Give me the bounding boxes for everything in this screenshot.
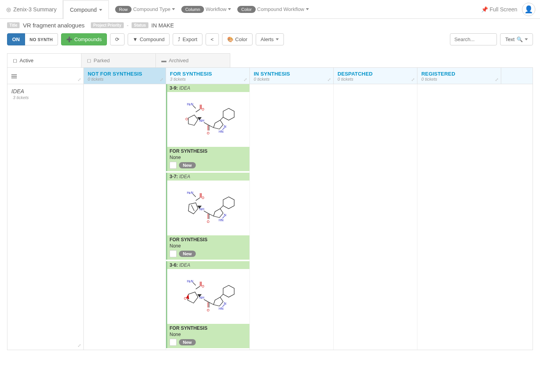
compound-filter-button[interactable]: ▼ Compound [128,33,170,45]
column-title: IN SYNTHESIS [254,71,329,77]
no-synth-button[interactable]: NO SYNTH [25,33,58,45]
expand-icon[interactable]: ⤢ [78,343,81,348]
card-type: IDEA [179,85,190,91]
svg-text:O: O [184,296,187,300]
tab-summary[interactable]: ◎ Zenix-3 Summary [0,0,63,19]
fullscreen-button[interactable]: 📌 Full Screen [481,6,517,13]
tab-active[interactable]: ◻ Active [7,53,81,67]
column-header[interactable]: FOR SYNTHESIS 3 tickets ⤢ [166,68,250,84]
row-title: IDEA [11,88,79,94]
expand-icon[interactable]: ⤢ [327,77,331,82]
column-sub: 0 tickets [421,77,497,81]
kanban-board: ⤢ NOT FOR SYNTHESIS 0 tickets ⤢FOR SYNTH… [7,67,533,350]
search-input[interactable] [450,33,497,45]
text-label: Text [505,36,515,42]
card-type: IDEA [179,262,190,268]
card-assignee: None [170,243,247,249]
card-checkbox[interactable] [170,339,177,346]
tab-compound[interactable]: Compound [63,0,109,19]
card-id: 3-7: [170,174,178,179]
card-structure [167,181,249,235]
column-pill: Column [181,6,204,13]
add-compounds-button[interactable]: ➕ Compounds [61,33,107,45]
column-sub: 0 tickets [338,77,413,81]
chevron-down-icon [228,8,231,10]
chevron-down-icon [99,9,102,11]
column-header[interactable]: DESPATCHED 0 tickets ⤢ [334,68,417,84]
card-status: FOR SYNTHESIS [170,325,247,331]
board-cell [250,84,334,350]
plus-icon: ➕ [66,36,72,42]
filter-icon: ▼ [133,36,138,42]
alerts-label: Alerts [261,36,274,42]
expand-icon[interactable]: ⤢ [411,77,415,82]
card-checkbox[interactable] [170,250,177,257]
tab-parked[interactable]: ◻ Parked [81,53,156,67]
hamburger-icon[interactable] [11,74,17,79]
column-title: REGISTERED [421,71,497,77]
board-cell [417,84,501,350]
search-icon: 🔍 [517,36,523,42]
pin-icon: 📌 [481,6,488,13]
column-header[interactable]: REGISTERED 0 tickets ⤢ [417,68,501,84]
tab-active-label: Active [20,58,33,63]
compound-card[interactable]: 3-6: IDEA O FOR SYNTHESIS None New [166,261,249,348]
compound-card[interactable]: 3-7: IDEA FOR SYNTHESIS None New [166,173,249,260]
share-button[interactable]: < [206,33,219,45]
fullscreen-label: Full Screen [489,6,517,13]
expand-icon[interactable]: ⤢ [244,77,247,82]
expand-icon[interactable]: ⤢ [160,77,163,82]
export-button[interactable]: ⤴ Export [173,33,202,45]
card-structure: O [167,92,249,147]
card-header: 3-6: IDEA [167,261,249,269]
row-selector-label: Compound Type [133,6,170,12]
column-header[interactable]: NOT FOR SYNTHESIS 0 tickets ⤢ [84,68,166,84]
column-title: DESPATCHED [338,71,413,77]
compound-card[interactable]: 3-9: IDEA O FOR SYNTHESIS None New [166,84,249,171]
project-title: VR fragment analogues [23,22,85,29]
inbox-icon: ◻ [13,58,17,63]
chevron-down-icon [172,8,175,10]
tab-archived-label: Archived [169,58,189,63]
refresh-icon: ⟳ [115,36,119,42]
card-footer: FOR SYNTHESIS None New [167,147,249,171]
card-id: 3-9: [170,85,178,91]
priority-badge: Project Priority [91,22,124,28]
column-header[interactable]: IN SYNTHESIS 0 tickets ⤢ [250,68,334,84]
color-selector[interactable]: Color Compound Workflow [237,6,309,13]
color-pill: Color [237,6,255,13]
row-selector[interactable]: Row Compound Type [115,6,175,13]
on-button[interactable]: ON [7,33,25,45]
column-selector[interactable]: Column Workflow [181,6,231,13]
avatar[interactable]: 👤 [522,3,535,16]
column-sub: 3 tickets [170,77,246,81]
alerts-button[interactable]: Alerts [256,33,284,45]
card-tag[interactable]: New [179,162,196,168]
card-structure: O [167,269,249,324]
tab-archived[interactable]: ▬ Archived [156,53,230,67]
top-nav: ◎ Zenix-3 Summary Compound Row Compound … [0,0,540,19]
card-tag[interactable]: New [179,251,196,257]
text-search-button[interactable]: Text 🔍 [500,33,533,45]
expand-icon[interactable]: ⤢ [78,77,81,82]
card-checkbox[interactable] [170,162,177,169]
tab-compound-label: Compound [70,7,97,13]
export-icon: ⤴ [178,36,181,42]
card-header: 3-7: IDEA [167,173,249,181]
status-badge: Status [132,22,148,28]
card-tag[interactable]: New [179,339,196,345]
compound-filter-label: Compound [140,36,165,42]
column-sub: 0 tickets [254,77,329,81]
title-badge: Title [7,22,20,28]
chevron-down-icon [306,8,309,10]
color-button[interactable]: 🎨 Color [222,33,253,45]
title-bar: Title VR fragment analogues Project Prio… [0,19,540,32]
export-label: Export [182,36,197,42]
card-type: IDEA [179,174,190,179]
row-header: IDEA 3 tickets ⤢ [7,84,84,350]
add-compounds-label: Compounds [74,36,102,42]
expand-icon[interactable]: ⤢ [495,77,498,82]
card-header: 3-9: IDEA [167,84,249,92]
refresh-button[interactable]: ⟳ [110,33,125,45]
card-status: FOR SYNTHESIS [170,148,247,154]
